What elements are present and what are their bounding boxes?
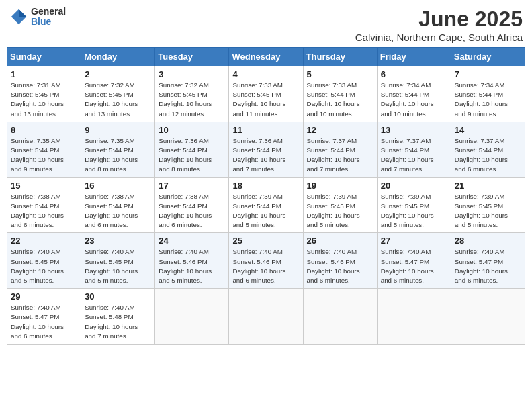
- calendar-cell: 16Sunrise: 7:38 AM Sunset: 5:44 PM Dayli…: [81, 177, 155, 233]
- day-info: Sunrise: 7:40 AM Sunset: 5:45 PM Dayligh…: [11, 247, 77, 285]
- calendar-week-row: 29Sunrise: 7:40 AM Sunset: 5:47 PM Dayli…: [7, 289, 525, 345]
- day-number: 2: [85, 69, 151, 79]
- calendar-week-row: 22Sunrise: 7:40 AM Sunset: 5:45 PM Dayli…: [7, 233, 525, 289]
- weekday-header: Thursday: [303, 48, 377, 66]
- calendar-cell: [451, 289, 525, 345]
- calendar-cell: [303, 289, 377, 345]
- header: General Blue June 2025 Calvinia, Norther…: [7, 7, 525, 43]
- calendar-cell: 24Sunrise: 7:40 AM Sunset: 5:46 PM Dayli…: [155, 233, 229, 289]
- calendar-cell: [229, 289, 303, 345]
- logo-icon: [9, 7, 28, 26]
- day-info: Sunrise: 7:39 AM Sunset: 5:45 PM Dayligh…: [307, 192, 373, 230]
- calendar-cell: 9Sunrise: 7:35 AM Sunset: 5:44 PM Daylig…: [81, 122, 155, 177]
- weekday-header: Sunday: [7, 48, 81, 66]
- day-info: Sunrise: 7:40 AM Sunset: 5:47 PM Dayligh…: [455, 247, 521, 285]
- calendar-cell: 21Sunrise: 7:39 AM Sunset: 5:45 PM Dayli…: [451, 177, 525, 233]
- day-info: Sunrise: 7:37 AM Sunset: 5:44 PM Dayligh…: [307, 136, 373, 175]
- calendar-cell: 3Sunrise: 7:32 AM Sunset: 5:45 PM Daylig…: [155, 66, 229, 122]
- calendar-cell: 10Sunrise: 7:36 AM Sunset: 5:44 PM Dayli…: [155, 122, 229, 177]
- logo-text: General Blue: [31, 7, 66, 28]
- calendar-cell: 28Sunrise: 7:40 AM Sunset: 5:47 PM Dayli…: [451, 233, 525, 289]
- calendar-cell: 6Sunrise: 7:34 AM Sunset: 5:44 PM Daylig…: [377, 66, 451, 122]
- calendar-cell: 5Sunrise: 7:33 AM Sunset: 5:44 PM Daylig…: [303, 66, 377, 122]
- day-info: Sunrise: 7:35 AM Sunset: 5:44 PM Dayligh…: [11, 136, 77, 175]
- day-info: Sunrise: 7:34 AM Sunset: 5:44 PM Dayligh…: [381, 81, 447, 119]
- day-number: 3: [159, 69, 225, 79]
- day-info: Sunrise: 7:39 AM Sunset: 5:45 PM Dayligh…: [381, 192, 447, 230]
- day-number: 23: [85, 236, 151, 246]
- day-number: 30: [85, 291, 151, 302]
- calendar-cell: 1Sunrise: 7:31 AM Sunset: 5:45 PM Daylig…: [7, 66, 81, 122]
- calendar-week-row: 8Sunrise: 7:35 AM Sunset: 5:44 PM Daylig…: [7, 122, 525, 177]
- calendar-cell: 17Sunrise: 7:38 AM Sunset: 5:44 PM Dayli…: [155, 177, 229, 233]
- day-info: Sunrise: 7:40 AM Sunset: 5:47 PM Dayligh…: [11, 303, 77, 341]
- day-info: Sunrise: 7:31 AM Sunset: 5:45 PM Dayligh…: [11, 81, 77, 119]
- calendar-cell: 26Sunrise: 7:40 AM Sunset: 5:46 PM Dayli…: [303, 233, 377, 289]
- day-info: Sunrise: 7:38 AM Sunset: 5:44 PM Dayligh…: [11, 192, 77, 230]
- day-info: Sunrise: 7:40 AM Sunset: 5:45 PM Dayligh…: [85, 247, 151, 285]
- logo-blue: Blue: [31, 17, 66, 27]
- day-info: Sunrise: 7:35 AM Sunset: 5:44 PM Dayligh…: [85, 136, 151, 175]
- day-number: 7: [455, 69, 521, 79]
- weekday-header: Monday: [81, 48, 155, 66]
- day-info: Sunrise: 7:33 AM Sunset: 5:45 PM Dayligh…: [232, 81, 299, 119]
- day-number: 17: [159, 181, 225, 191]
- day-number: 26: [307, 236, 373, 246]
- day-info: Sunrise: 7:39 AM Sunset: 5:44 PM Dayligh…: [232, 192, 299, 230]
- day-info: Sunrise: 7:32 AM Sunset: 5:45 PM Dayligh…: [85, 81, 151, 119]
- calendar-header-row: SundayMondayTuesdayWednesdayThursdayFrid…: [7, 48, 525, 66]
- title-area: June 2025 Calvinia, Northern Cape, South…: [355, 7, 523, 43]
- day-info: Sunrise: 7:36 AM Sunset: 5:44 PM Dayligh…: [159, 136, 225, 175]
- svg-marker-1: [19, 9, 26, 17]
- calendar-cell: 8Sunrise: 7:35 AM Sunset: 5:44 PM Daylig…: [7, 122, 81, 177]
- day-info: Sunrise: 7:39 AM Sunset: 5:45 PM Dayligh…: [455, 192, 521, 230]
- day-info: Sunrise: 7:40 AM Sunset: 5:46 PM Dayligh…: [159, 247, 225, 285]
- logo-general: General: [31, 7, 66, 17]
- day-info: Sunrise: 7:40 AM Sunset: 5:47 PM Dayligh…: [381, 247, 447, 285]
- day-number: 21: [455, 181, 521, 191]
- day-info: Sunrise: 7:33 AM Sunset: 5:44 PM Dayligh…: [307, 81, 373, 119]
- calendar-cell: [155, 289, 229, 345]
- calendar-cell: 30Sunrise: 7:40 AM Sunset: 5:48 PM Dayli…: [81, 289, 155, 345]
- day-number: 27: [381, 236, 447, 246]
- calendar-cell: 11Sunrise: 7:36 AM Sunset: 5:44 PM Dayli…: [229, 122, 303, 177]
- day-number: 22: [11, 236, 77, 246]
- calendar-cell: 18Sunrise: 7:39 AM Sunset: 5:44 PM Dayli…: [229, 177, 303, 233]
- day-number: 15: [11, 181, 77, 191]
- weekday-header: Friday: [377, 48, 451, 66]
- day-number: 14: [455, 125, 521, 135]
- day-info: Sunrise: 7:38 AM Sunset: 5:44 PM Dayligh…: [159, 192, 225, 230]
- day-info: Sunrise: 7:40 AM Sunset: 5:48 PM Dayligh…: [85, 303, 151, 341]
- calendar-cell: 7Sunrise: 7:34 AM Sunset: 5:44 PM Daylig…: [451, 66, 525, 122]
- day-number: 19: [307, 181, 373, 191]
- calendar-cell: 13Sunrise: 7:37 AM Sunset: 5:44 PM Dayli…: [377, 122, 451, 177]
- day-number: 25: [232, 236, 299, 246]
- day-info: Sunrise: 7:36 AM Sunset: 5:44 PM Dayligh…: [232, 136, 299, 175]
- calendar-cell: 27Sunrise: 7:40 AM Sunset: 5:47 PM Dayli…: [377, 233, 451, 289]
- calendar-cell: 14Sunrise: 7:37 AM Sunset: 5:44 PM Dayli…: [451, 122, 525, 177]
- month-title: June 2025: [355, 7, 523, 32]
- calendar-cell: 12Sunrise: 7:37 AM Sunset: 5:44 PM Dayli…: [303, 122, 377, 177]
- day-info: Sunrise: 7:32 AM Sunset: 5:45 PM Dayligh…: [159, 81, 225, 119]
- calendar-cell: 22Sunrise: 7:40 AM Sunset: 5:45 PM Dayli…: [7, 233, 81, 289]
- calendar-cell: 25Sunrise: 7:40 AM Sunset: 5:46 PM Dayli…: [229, 233, 303, 289]
- logo: General Blue: [9, 7, 66, 28]
- calendar-week-row: 1Sunrise: 7:31 AM Sunset: 5:45 PM Daylig…: [7, 66, 525, 122]
- calendar-cell: 2Sunrise: 7:32 AM Sunset: 5:45 PM Daylig…: [81, 66, 155, 122]
- day-number: 11: [232, 125, 299, 135]
- day-number: 4: [232, 69, 299, 79]
- day-info: Sunrise: 7:37 AM Sunset: 5:44 PM Dayligh…: [381, 136, 447, 175]
- day-number: 13: [381, 125, 447, 135]
- calendar-cell: 4Sunrise: 7:33 AM Sunset: 5:45 PM Daylig…: [229, 66, 303, 122]
- calendar-cell: 23Sunrise: 7:40 AM Sunset: 5:45 PM Dayli…: [81, 233, 155, 289]
- day-number: 29: [11, 291, 77, 302]
- day-info: Sunrise: 7:40 AM Sunset: 5:46 PM Dayligh…: [307, 247, 373, 285]
- day-number: 12: [307, 125, 373, 135]
- weekday-header: Tuesday: [155, 48, 229, 66]
- day-info: Sunrise: 7:34 AM Sunset: 5:44 PM Dayligh…: [455, 81, 521, 119]
- calendar-cell: 19Sunrise: 7:39 AM Sunset: 5:45 PM Dayli…: [303, 177, 377, 233]
- day-info: Sunrise: 7:37 AM Sunset: 5:44 PM Dayligh…: [455, 136, 521, 175]
- day-number: 16: [85, 181, 151, 191]
- location-title: Calvinia, Northern Cape, South Africa: [355, 32, 523, 43]
- day-number: 1: [11, 69, 77, 79]
